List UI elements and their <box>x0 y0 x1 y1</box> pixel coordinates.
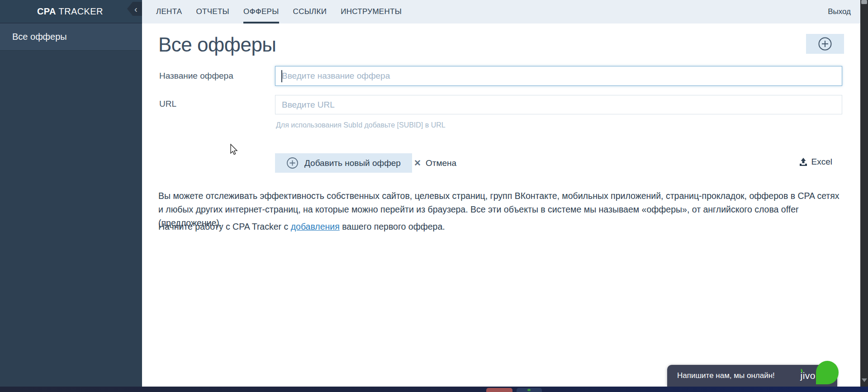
taskbar-green-dot-icon <box>527 389 531 391</box>
url-label: URL <box>159 99 176 109</box>
add-new-offer-label: Добавить новый оффер <box>304 158 401 168</box>
app-logo-rest: TRACKER <box>56 6 103 17</box>
add-first-offer-link[interactable]: добавления <box>291 222 340 231</box>
start-text-after: вашего первого оффера. <box>340 222 445 231</box>
tab-label: ИНСТРУМЕНТЫ <box>341 7 402 16</box>
plus-circle-icon <box>286 157 299 169</box>
cancel-button[interactable]: ✕ Отмена <box>414 153 456 173</box>
upload-icon <box>799 157 808 167</box>
top-navigation: ЛЕНТА ОТЧЕТЫ ОФФЕРЫ ССЫЛКИ ИНСТРУМЕНТЫ В… <box>142 0 860 24</box>
tab-otchety[interactable]: ОТЧЕТЫ <box>196 0 229 24</box>
scrollbar-thumb[interactable] <box>861 0 867 4</box>
excel-export-button[interactable]: Excel <box>799 157 832 167</box>
sidebar-header: CPA TRACKER ‹ <box>0 0 142 24</box>
cancel-label: Отмена <box>426 158 456 168</box>
tab-label: ССЫЛКИ <box>293 7 327 16</box>
tab-label: ЛЕНТА <box>156 7 182 16</box>
offer-name-label: Название оффера <box>159 71 233 81</box>
leaf-icon <box>816 361 839 384</box>
logout-link[interactable]: Выход <box>828 0 851 24</box>
app-logo: CPA <box>37 6 56 17</box>
taskbar-app-icon[interactable] <box>517 388 542 392</box>
sidebar: CPA TRACKER ‹ Все офферы <box>0 0 142 387</box>
sidebar-item-all-offers[interactable]: Все офферы <box>0 24 142 51</box>
taskbar-app-icon[interactable] <box>486 388 512 392</box>
os-taskbar-strip <box>0 387 868 392</box>
start-text-before: Начните работу с CPA Tracker с <box>158 222 291 231</box>
tab-instrumenty[interactable]: ИНСТРУМЕНТЫ <box>341 0 402 24</box>
app-window: CPA TRACKER ‹ Все офферы ЛЕНТА ОТЧЕТЫ ОФ… <box>0 0 868 392</box>
tab-lenta[interactable]: ЛЕНТА <box>156 0 182 24</box>
plus-circle-icon <box>818 37 832 51</box>
triangle-down-icon[interactable] <box>862 378 867 382</box>
offer-url-input[interactable] <box>275 95 842 114</box>
tab-label: ОТЧЕТЫ <box>196 7 229 16</box>
start-paragraph: Начните работу с CPA Tracker с добавлени… <box>158 222 445 232</box>
add-offer-toggle-button[interactable] <box>806 34 844 54</box>
chat-message: Напишите нам, мы онлайн! <box>677 371 775 380</box>
main-content: Все офферы Название оффера URL Для испол… <box>142 24 860 387</box>
tab-offery[interactable]: ОФФЕРЫ <box>243 0 279 24</box>
page-title: Все офферы <box>158 33 276 56</box>
browser-scrollbar[interactable] <box>860 0 868 387</box>
offer-name-input[interactable] <box>275 66 842 86</box>
tab-label: ОФФЕРЫ <box>243 7 279 16</box>
chevron-left-icon: ‹ <box>132 5 138 14</box>
excel-label: Excel <box>811 157 832 167</box>
add-new-offer-button[interactable]: Добавить новый оффер <box>275 153 412 173</box>
sidebar-item-label: Все офферы <box>12 32 67 42</box>
sidebar-collapse-button[interactable]: ‹ <box>127 2 142 16</box>
chat-widget[interactable]: Напишите нам, мы онлайн! jivo <box>667 365 837 387</box>
jivo-logo: jivo <box>800 370 816 381</box>
tab-ssylki[interactable]: ССЫЛКИ <box>293 0 327 24</box>
close-icon: ✕ <box>414 158 421 168</box>
text-caret <box>281 70 282 82</box>
subid-hint: Для использования SubId добавьте [SUBID]… <box>276 121 446 129</box>
